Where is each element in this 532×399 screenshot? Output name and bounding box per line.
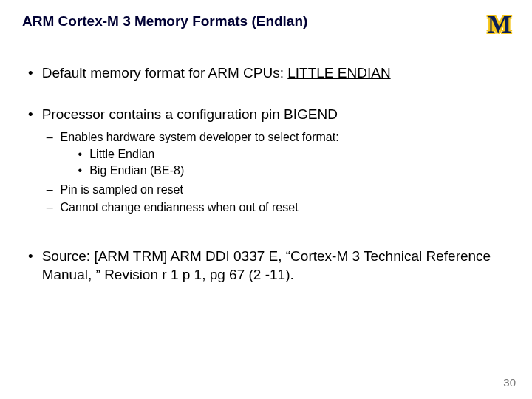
subsub-a: • Little Endian [61,146,339,162]
bullet-list: • Default memory format for ARM CPUs: LI… [22,64,510,284]
s2-text: Pin is sampled on reset [61,182,183,197]
s1a-text: Little Endian [89,146,154,162]
bullet-1-text: Default memory format for ARM CPUs: LITT… [42,64,391,83]
bullet-icon: • [78,163,83,178]
subsub-b: • Big Endian (BE-8) [61,163,339,178]
sub-2: – Pin is sampled on reset [42,182,339,197]
sub-sub-list: • Little Endian • Big Endian (BE-8) [61,146,339,177]
bullet-icon: • [78,146,83,162]
b1-underlined: LITTLE ENDIAN [287,65,390,81]
bullet-1: • Default memory format for ARM CPUs: LI… [22,64,510,83]
sub-1: – Enables hardware system developer to s… [42,129,339,179]
bullet-2: • Processor contains a configuration pin… [22,105,510,217]
sub-list: – Enables hardware system developer to s… [42,129,339,215]
slide-title: ARM Cortex-M 3 Memory Formats (Endian) [22,13,307,30]
page-number: 30 [503,376,516,389]
sub-1-body: Enables hardware system developer to sel… [61,129,339,179]
sub-3: – Cannot change endianness when out of r… [42,200,339,215]
bullet-icon: • [28,64,33,83]
bullet-icon: • [28,247,33,284]
s3-text: Cannot change endianness when out of res… [61,200,299,215]
b2-text: Processor contains a configuration pin B… [42,106,338,122]
dash-icon: – [47,182,53,197]
header: ARM Cortex-M 3 Memory Formats (Endian) M [22,13,510,37]
dash-icon: – [47,200,53,215]
s1b-text: Big Endian (BE-8) [89,163,184,178]
bullet-3: • Source: [ARM TRM] ARM DDI 0337 E, “Cor… [22,247,510,284]
bullet-2-body: Processor contains a configuration pin B… [42,105,339,217]
content: • Default memory format for ARM CPUs: LI… [22,64,510,284]
b1-prefix: Default memory format for ARM CPUs: [42,65,288,81]
slide: ARM Cortex-M 3 Memory Formats (Endian) M… [0,0,532,399]
logo-letter: M [488,12,510,37]
b3-text: Source: [ARM TRM] ARM DDI 0337 E, “Corte… [42,247,510,284]
bullet-icon: • [28,105,33,217]
s1-text: Enables hardware system developer to sel… [61,131,339,143]
dash-icon: – [47,129,53,179]
michigan-logo-icon: M [488,12,510,37]
